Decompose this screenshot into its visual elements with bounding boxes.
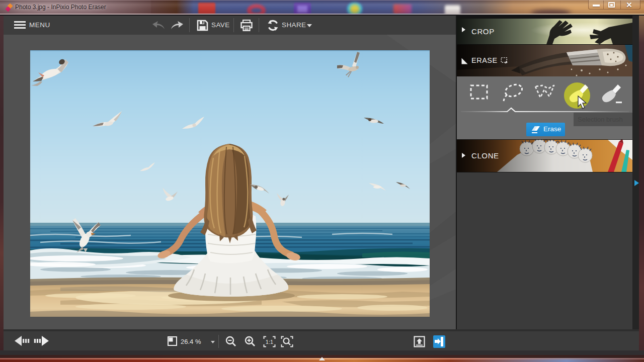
svg-text:1:1: 1:1 xyxy=(266,339,273,345)
